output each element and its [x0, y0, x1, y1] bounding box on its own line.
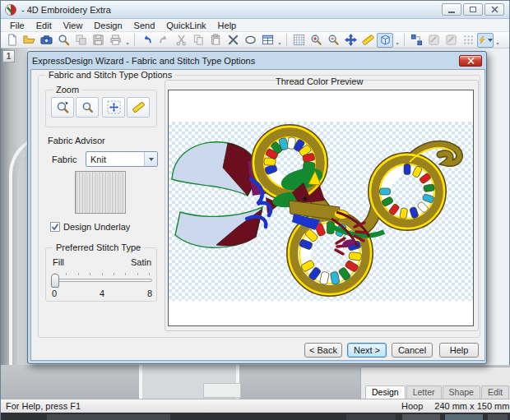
copy-button[interactable] — [190, 33, 206, 48]
cancel-button[interactable]: Cancel — [392, 343, 433, 358]
power-stitch-button[interactable] — [477, 33, 494, 48]
screen: - 4D Embroidery Extra File Edit View Des… — [0, 0, 510, 420]
dialog-close-button[interactable] — [459, 55, 482, 67]
delete-button[interactable] — [225, 33, 241, 48]
redo-button[interactable] — [155, 33, 172, 48]
menu-design[interactable]: Design — [88, 20, 128, 31]
taskbar-item[interactable] — [47, 414, 170, 420]
table-icon — [262, 34, 274, 46]
status-help-text: For Help, press F1 — [6, 401, 81, 411]
camera-icon — [40, 34, 53, 46]
save-icon — [92, 34, 104, 46]
window-titlebar: - 4D Embroidery Extra — [1, 1, 509, 19]
zoom-out-button[interactable] — [76, 97, 99, 118]
tab-design[interactable]: Design — [365, 385, 406, 399]
maximize-button[interactable] — [463, 3, 483, 16]
next-button[interactable]: Next > — [347, 343, 387, 358]
stitch-points-button[interactable] — [460, 33, 476, 48]
menu-view[interactable]: View — [58, 20, 89, 31]
undo-button[interactable] — [138, 33, 155, 48]
toolbar-overflow-icon[interactable]: ▾ — [494, 34, 501, 47]
back-button[interactable]: < Back — [304, 343, 342, 358]
toolbar-overflow-icon[interactable]: ▾ — [124, 34, 131, 47]
gray-tool-icon — [428, 34, 440, 46]
3d-cube-icon — [379, 34, 392, 46]
design-underlay-checkbox[interactable] — [50, 222, 60, 232]
menu-edit[interactable]: Edit — [30, 20, 58, 31]
insert-picture-button[interactable] — [38, 33, 54, 48]
3d-view-button[interactable] — [377, 33, 393, 48]
new-button[interactable] — [3, 33, 20, 48]
open-folder-icon — [23, 34, 35, 46]
real-size-button[interactable] — [127, 97, 150, 118]
fabric-advisor-label: Fabric Advisor — [48, 136, 105, 145]
tab-shape[interactable]: Shape — [443, 385, 480, 399]
thread-color-preview — [168, 90, 474, 326]
control-panel: Design Letter Shape Edit — [360, 367, 510, 399]
save-button[interactable] — [90, 33, 106, 48]
minimize-button[interactable] — [442, 3, 461, 16]
taskbar-item[interactable] — [346, 414, 396, 420]
undo-icon — [141, 34, 153, 46]
dialog-title: ExpressDesign Wizard - Fabric and Stitch… — [32, 56, 459, 66]
gray-tool-icon — [445, 34, 457, 46]
menu-quicklink[interactable]: QuickLink — [160, 20, 211, 31]
edit-tool-1-button[interactable] — [425, 33, 442, 48]
toolbar: ▾ ▾ ▾ ▾ — [1, 32, 509, 48]
workspace-left: 1 — [1, 48, 28, 399]
minimize-icon — [448, 12, 455, 13]
paste-button[interactable] — [207, 33, 224, 48]
zoom-out-button[interactable] — [325, 33, 341, 48]
taskbar-item[interactable] — [445, 414, 483, 420]
menu-file[interactable]: File — [4, 20, 30, 31]
combo-arrow[interactable] — [144, 152, 157, 166]
color-table-button[interactable] — [259, 33, 276, 48]
stitch-slider-track[interactable] — [52, 279, 152, 282]
magnifier-icon — [58, 34, 70, 46]
ellipse-button[interactable] — [242, 33, 258, 48]
transparency-checker — [169, 122, 473, 301]
zoom-in-button[interactable] — [308, 33, 324, 48]
tick-0: 0 — [52, 288, 57, 298]
scissors-icon — [175, 34, 188, 46]
expressdesign-wizard-dialog: ExpressDesign Wizard - Fabric and Stitch… — [27, 51, 487, 364]
open-button[interactable] — [21, 33, 37, 48]
fabric-dropdown[interactable]: Knit — [86, 151, 158, 167]
page-tab[interactable]: 1 — [2, 50, 15, 62]
print-icon — [109, 34, 122, 46]
grid-icon — [293, 34, 305, 46]
ruler-icon — [362, 34, 374, 46]
hoop-status: Hoop 240 mm x 150 mm — [401, 401, 509, 411]
toolbar-overflow-icon[interactable]: ▾ — [394, 34, 401, 47]
fill-label: Fill — [53, 257, 64, 267]
taskbar-item[interactable] — [402, 414, 440, 420]
cut-button[interactable] — [173, 33, 189, 48]
zoom-out-icon — [327, 34, 340, 46]
zoom-in-button[interactable] — [51, 97, 74, 118]
grid-button[interactable] — [290, 33, 307, 48]
toolbar-overflow-icon[interactable]: ▾ — [276, 34, 283, 47]
menu-help[interactable]: Help — [212, 20, 243, 31]
help-button[interactable]: Help — [439, 343, 479, 358]
stitch-slider-thumb[interactable] — [51, 274, 59, 288]
close-button[interactable] — [484, 3, 504, 16]
taskbar-item[interactable] — [488, 414, 508, 420]
taskbar[interactable] — [1, 413, 510, 420]
design-player-button[interactable] — [408, 33, 424, 48]
zoom-to-fit-button[interactable] — [102, 97, 125, 118]
change-hoop-button[interactable] — [72, 33, 89, 48]
design-underlay-label: Design Underlay — [63, 222, 130, 232]
measure-button[interactable] — [359, 33, 376, 48]
menu-bar: File Edit View Design Send QuickLink Hel… — [1, 19, 509, 32]
edit-tool-2-button[interactable] — [443, 33, 459, 48]
ellipse-icon — [244, 34, 257, 46]
menu-send[interactable]: Send — [128, 20, 161, 31]
pan-button[interactable] — [342, 33, 359, 48]
view-picture-button[interactable] — [55, 33, 72, 48]
tab-edit[interactable]: Edit — [481, 385, 509, 399]
tick-8: 8 — [147, 288, 152, 298]
tab-letter[interactable]: Letter — [406, 385, 442, 399]
zoom-group-label: Zoom — [53, 85, 82, 95]
print-button[interactable] — [107, 33, 123, 48]
hoop-clamp — [203, 383, 241, 398]
